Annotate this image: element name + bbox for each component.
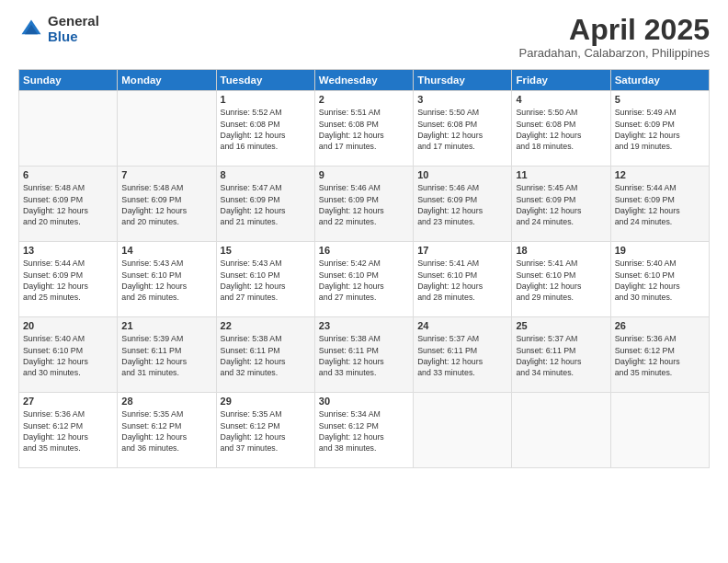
day-info: Sunrise: 5:50 AMSunset: 6:08 PMDaylight:… bbox=[516, 107, 606, 152]
header-day-tuesday: Tuesday bbox=[216, 70, 314, 91]
week-row-4: 20Sunrise: 5:40 AMSunset: 6:10 PMDayligh… bbox=[19, 317, 710, 393]
day-info: Sunrise: 5:49 AMSunset: 6:09 PMDaylight:… bbox=[615, 107, 705, 152]
month-title: April 2025 bbox=[519, 14, 710, 46]
day-number: 4 bbox=[516, 94, 606, 105]
week-row-5: 27Sunrise: 5:36 AMSunset: 6:12 PMDayligh… bbox=[19, 393, 710, 468]
day-info: Sunrise: 5:37 AMSunset: 6:11 PMDaylight:… bbox=[516, 333, 606, 378]
day-number: 19 bbox=[615, 245, 705, 256]
day-info: Sunrise: 5:40 AMSunset: 6:10 PMDaylight:… bbox=[615, 258, 705, 303]
day-number: 20 bbox=[23, 320, 113, 331]
header-day-saturday: Saturday bbox=[610, 70, 709, 91]
location: Paradahan, Calabarzon, Philippines bbox=[519, 46, 710, 60]
day-info: Sunrise: 5:52 AMSunset: 6:08 PMDaylight:… bbox=[221, 107, 311, 152]
cell-5-7 bbox=[610, 393, 709, 468]
day-number: 22 bbox=[221, 320, 311, 331]
page: General Blue April 2025 Paradahan, Calab… bbox=[0, 0, 728, 563]
day-number: 9 bbox=[319, 169, 409, 180]
day-number: 11 bbox=[516, 169, 606, 180]
day-info: Sunrise: 5:36 AMSunset: 6:12 PMDaylight:… bbox=[615, 333, 705, 378]
cell-2-3: 8Sunrise: 5:47 AMSunset: 6:09 PMDaylight… bbox=[216, 167, 314, 242]
day-info: Sunrise: 5:48 AMSunset: 6:09 PMDaylight:… bbox=[23, 182, 113, 227]
cell-2-4: 9Sunrise: 5:46 AMSunset: 6:09 PMDaylight… bbox=[314, 167, 413, 242]
day-info: Sunrise: 5:51 AMSunset: 6:08 PMDaylight:… bbox=[319, 107, 409, 152]
day-number: 23 bbox=[319, 320, 409, 331]
day-info: Sunrise: 5:38 AMSunset: 6:11 PMDaylight:… bbox=[319, 333, 409, 378]
day-info: Sunrise: 5:46 AMSunset: 6:09 PMDaylight:… bbox=[417, 182, 507, 227]
cell-4-3: 22Sunrise: 5:38 AMSunset: 6:11 PMDayligh… bbox=[216, 317, 314, 393]
day-number: 29 bbox=[221, 396, 311, 407]
day-info: Sunrise: 5:35 AMSunset: 6:12 PMDaylight:… bbox=[221, 408, 311, 454]
day-number: 10 bbox=[417, 169, 507, 180]
day-info: Sunrise: 5:45 AMSunset: 6:09 PMDaylight:… bbox=[516, 182, 606, 227]
day-number: 25 bbox=[516, 320, 606, 331]
cell-4-7: 26Sunrise: 5:36 AMSunset: 6:12 PMDayligh… bbox=[610, 317, 709, 393]
logo: General Blue bbox=[18, 14, 99, 44]
cell-5-2: 28Sunrise: 5:35 AMSunset: 6:12 PMDayligh… bbox=[118, 393, 216, 468]
cell-3-6: 18Sunrise: 5:41 AMSunset: 6:10 PMDayligh… bbox=[512, 242, 610, 317]
cell-3-4: 16Sunrise: 5:42 AMSunset: 6:10 PMDayligh… bbox=[314, 242, 413, 317]
header-day-wednesday: Wednesday bbox=[314, 70, 413, 91]
day-number: 5 bbox=[615, 94, 705, 105]
day-number: 27 bbox=[23, 396, 113, 407]
day-number: 8 bbox=[221, 169, 311, 180]
cell-1-7: 5Sunrise: 5:49 AMSunset: 6:09 PMDaylight… bbox=[610, 91, 709, 167]
day-number: 14 bbox=[121, 245, 211, 256]
cell-2-5: 10Sunrise: 5:46 AMSunset: 6:09 PMDayligh… bbox=[414, 167, 512, 242]
week-row-3: 13Sunrise: 5:44 AMSunset: 6:09 PMDayligh… bbox=[19, 242, 710, 317]
header-row: SundayMondayTuesdayWednesdayThursdayFrid… bbox=[19, 70, 710, 91]
day-number: 16 bbox=[319, 245, 409, 256]
cell-1-4: 2Sunrise: 5:51 AMSunset: 6:08 PMDaylight… bbox=[314, 91, 413, 167]
day-info: Sunrise: 5:37 AMSunset: 6:11 PMDaylight:… bbox=[417, 333, 507, 378]
title-section: April 2025 Paradahan, Calabarzon, Philip… bbox=[519, 14, 710, 60]
day-number: 30 bbox=[319, 396, 409, 407]
header-day-friday: Friday bbox=[512, 70, 610, 91]
day-info: Sunrise: 5:41 AMSunset: 6:10 PMDaylight:… bbox=[516, 258, 606, 303]
cell-4-6: 25Sunrise: 5:37 AMSunset: 6:11 PMDayligh… bbox=[512, 317, 610, 393]
day-info: Sunrise: 5:36 AMSunset: 6:12 PMDaylight:… bbox=[23, 408, 113, 454]
cell-2-2: 7Sunrise: 5:48 AMSunset: 6:09 PMDaylight… bbox=[118, 167, 216, 242]
day-number: 13 bbox=[23, 245, 113, 256]
header-day-sunday: Sunday bbox=[19, 70, 118, 91]
cell-5-4: 30Sunrise: 5:34 AMSunset: 6:12 PMDayligh… bbox=[314, 393, 413, 468]
cell-1-1 bbox=[19, 91, 118, 167]
day-number: 28 bbox=[121, 396, 211, 407]
header: General Blue April 2025 Paradahan, Calab… bbox=[18, 14, 710, 60]
day-number: 18 bbox=[516, 245, 606, 256]
day-info: Sunrise: 5:43 AMSunset: 6:10 PMDaylight:… bbox=[221, 258, 311, 303]
day-number: 1 bbox=[221, 94, 311, 105]
day-number: 21 bbox=[121, 320, 211, 331]
cell-4-4: 23Sunrise: 5:38 AMSunset: 6:11 PMDayligh… bbox=[314, 317, 413, 393]
cell-3-7: 19Sunrise: 5:40 AMSunset: 6:10 PMDayligh… bbox=[610, 242, 709, 317]
day-info: Sunrise: 5:46 AMSunset: 6:09 PMDaylight:… bbox=[319, 182, 409, 227]
cell-5-1: 27Sunrise: 5:36 AMSunset: 6:12 PMDayligh… bbox=[19, 393, 118, 468]
cell-4-1: 20Sunrise: 5:40 AMSunset: 6:10 PMDayligh… bbox=[19, 317, 118, 393]
day-info: Sunrise: 5:42 AMSunset: 6:10 PMDaylight:… bbox=[319, 258, 409, 303]
cell-1-6: 4Sunrise: 5:50 AMSunset: 6:08 PMDaylight… bbox=[512, 91, 610, 167]
cell-2-6: 11Sunrise: 5:45 AMSunset: 6:09 PMDayligh… bbox=[512, 167, 610, 242]
week-row-1: 1Sunrise: 5:52 AMSunset: 6:08 PMDaylight… bbox=[19, 91, 710, 167]
day-number: 6 bbox=[23, 169, 113, 180]
cell-2-7: 12Sunrise: 5:44 AMSunset: 6:09 PMDayligh… bbox=[610, 167, 709, 242]
day-number: 17 bbox=[417, 245, 507, 256]
day-number: 15 bbox=[221, 245, 311, 256]
cell-3-5: 17Sunrise: 5:41 AMSunset: 6:10 PMDayligh… bbox=[414, 242, 512, 317]
day-number: 24 bbox=[417, 320, 507, 331]
week-row-2: 6Sunrise: 5:48 AMSunset: 6:09 PMDaylight… bbox=[19, 167, 710, 242]
day-info: Sunrise: 5:39 AMSunset: 6:11 PMDaylight:… bbox=[121, 333, 211, 378]
calendar-table: SundayMondayTuesdayWednesdayThursdayFrid… bbox=[18, 69, 710, 468]
day-info: Sunrise: 5:50 AMSunset: 6:08 PMDaylight:… bbox=[417, 107, 507, 152]
day-info: Sunrise: 5:43 AMSunset: 6:10 PMDaylight:… bbox=[121, 258, 211, 303]
day-info: Sunrise: 5:47 AMSunset: 6:09 PMDaylight:… bbox=[221, 182, 311, 227]
logo-blue: Blue bbox=[48, 29, 99, 45]
day-info: Sunrise: 5:44 AMSunset: 6:09 PMDaylight:… bbox=[23, 258, 113, 303]
cell-1-2 bbox=[118, 91, 216, 167]
header-day-monday: Monday bbox=[118, 70, 216, 91]
cell-4-2: 21Sunrise: 5:39 AMSunset: 6:11 PMDayligh… bbox=[118, 317, 216, 393]
day-number: 26 bbox=[615, 320, 705, 331]
header-day-thursday: Thursday bbox=[414, 70, 512, 91]
cell-5-3: 29Sunrise: 5:35 AMSunset: 6:12 PMDayligh… bbox=[216, 393, 314, 468]
cell-1-5: 3Sunrise: 5:50 AMSunset: 6:08 PMDaylight… bbox=[414, 91, 512, 167]
day-number: 2 bbox=[319, 94, 409, 105]
day-number: 12 bbox=[615, 169, 705, 180]
day-info: Sunrise: 5:41 AMSunset: 6:10 PMDaylight:… bbox=[417, 258, 507, 303]
